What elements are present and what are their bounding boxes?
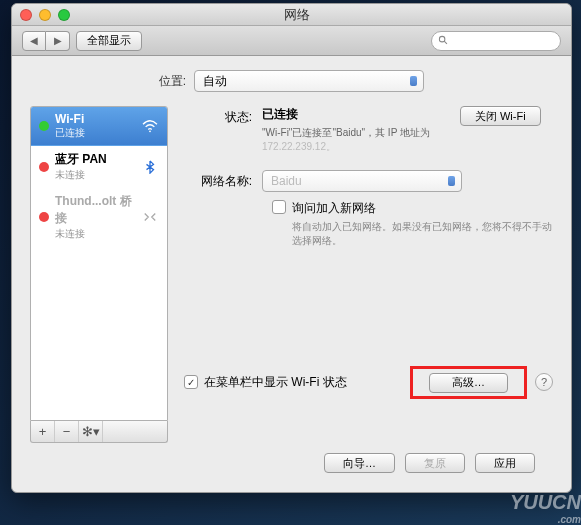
bluetooth-icon <box>141 160 159 174</box>
menubar-checkbox[interactable]: ✓ <box>184 375 198 389</box>
help-button[interactable]: ? <box>535 373 553 391</box>
svg-point-0 <box>439 36 445 42</box>
sidebar-item-wifi[interactable]: Wi-Fi 已连接 <box>31 107 167 146</box>
watermark: YUUCN .com <box>510 491 581 525</box>
ask-join-checkbox[interactable] <box>272 200 286 214</box>
sidebar-item-bluetooth[interactable]: 蓝牙 PAN 未连接 <box>31 146 167 188</box>
revert-button[interactable]: 复原 <box>405 453 465 473</box>
status-dot-icon <box>39 212 49 222</box>
bridge-icon <box>141 210 159 224</box>
status-row: 状态: 已连接 "Wi-Fi"已连接至"Baidu"，其 IP 地址为 172.… <box>184 106 553 154</box>
content-area: 位置: 自动 Wi-Fi 已连接 <box>12 56 571 485</box>
highlight-box: 高级… <box>410 366 527 399</box>
advanced-button[interactable]: 高级… <box>429 373 508 393</box>
network-prefs-window: 网络 ◀ ▶ 全部显示 位置: 自动 Wi-Fi <box>11 3 572 493</box>
add-button[interactable]: + <box>31 421 55 442</box>
ask-join-row: 询问加入新网络 <box>272 200 553 217</box>
sidebar: Wi-Fi 已连接 蓝牙 PAN 未连接 <box>30 106 168 443</box>
location-select[interactable]: 自动 <box>194 70 424 92</box>
location-row: 位置: 自动 <box>30 70 553 92</box>
sidebar-item-bridge[interactable]: Thund...olt 桥接 未连接 <box>31 188 167 247</box>
ask-join-hint: 将自动加入已知网络。如果没有已知网络，您将不得不手动选择网络。 <box>292 220 553 248</box>
show-all-button[interactable]: 全部显示 <box>76 31 142 51</box>
nav-buttons: ◀ ▶ <box>22 31 70 51</box>
detail-panel: 状态: 已连接 "Wi-Fi"已连接至"Baidu"，其 IP 地址为 172.… <box>184 106 553 443</box>
assist-button[interactable]: 向导… <box>324 453 395 473</box>
network-select[interactable]: Baidu <box>262 170 462 192</box>
location-label: 位置: <box>159 73 186 90</box>
wifi-toggle-button[interactable]: 关闭 Wi-Fi <box>460 106 541 126</box>
interface-list[interactable]: Wi-Fi 已连接 蓝牙 PAN 未连接 <box>30 106 168 421</box>
toolbar: ◀ ▶ 全部显示 <box>12 26 571 56</box>
svg-line-1 <box>444 41 447 44</box>
status-dot-icon <box>39 121 49 131</box>
svg-point-2 <box>149 130 151 132</box>
search-input[interactable] <box>431 31 561 51</box>
forward-button[interactable]: ▶ <box>46 31 70 51</box>
list-toolbar: + − ✻▾ <box>30 421 168 443</box>
main-area: Wi-Fi 已连接 蓝牙 PAN 未连接 <box>30 106 553 443</box>
bottom-row: ✓ 在菜单栏中显示 Wi-Fi 状态 高级… ? <box>184 366 553 399</box>
window-title: 网络 <box>30 6 563 24</box>
apply-button[interactable]: 应用 <box>475 453 535 473</box>
status-dot-icon <box>39 162 49 172</box>
remove-button[interactable]: − <box>55 421 79 442</box>
action-button[interactable]: ✻▾ <box>79 421 103 442</box>
search-icon <box>438 35 449 46</box>
network-name-row: 网络名称: Baidu <box>184 170 553 192</box>
back-button[interactable]: ◀ <box>22 31 46 51</box>
wifi-icon <box>141 119 159 133</box>
footer: 向导… 复原 应用 <box>30 443 553 473</box>
titlebar[interactable]: 网络 <box>12 4 571 26</box>
